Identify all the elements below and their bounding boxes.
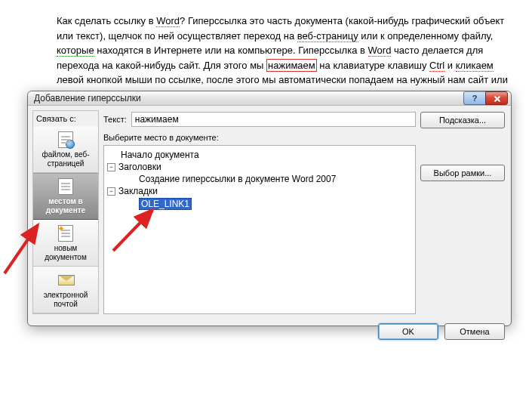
- page-icon: [58, 178, 73, 195]
- linkto-new-doc[interactable]: ✦ новым документом: [33, 220, 98, 267]
- document-tree[interactable]: Начало документа − Заголовки Создание ги…: [103, 145, 416, 314]
- ok-button[interactable]: OK: [378, 323, 438, 340]
- tree-toggle-icon[interactable]: −: [107, 187, 115, 196]
- page-icon: ✦: [58, 225, 73, 242]
- tree-toggle-icon[interactable]: −: [107, 163, 115, 171]
- screentip-button[interactable]: Подсказка...: [420, 112, 505, 128]
- linkto-file-web[interactable]: файлом, веб-страницей: [33, 126, 98, 173]
- tree-item-top[interactable]: Начало документа: [106, 149, 414, 161]
- close-button[interactable]: [485, 91, 508, 105]
- select-place-label: Выберите место в документе:: [103, 131, 416, 145]
- new-star-icon: ✦: [57, 224, 65, 235]
- link-to-panel: Связать с: файлом, веб-страницей местом …: [32, 110, 99, 314]
- cancel-button[interactable]: Отмена: [444, 323, 505, 340]
- text-to-display-input[interactable]: [131, 112, 416, 127]
- tree-item-headings[interactable]: − Заголовки: [106, 161, 414, 173]
- help-button[interactable]: ?: [463, 91, 486, 105]
- page-icon: [58, 131, 73, 148]
- linkto-email[interactable]: электронной почтой: [33, 267, 98, 313]
- text-label: Текст:: [103, 115, 127, 124]
- dialog-footer: OK Отмена: [28, 320, 511, 346]
- insert-hyperlink-dialog: Добавление гиперссылки ? Связать с: файл…: [27, 91, 512, 326]
- envelope-icon: [58, 272, 73, 289]
- tree-item-bookmark-child[interactable]: OLE_LINK1: [106, 197, 414, 211]
- globe-icon: [66, 140, 75, 149]
- selected-word: нажимаем: [266, 59, 317, 72]
- selected-tree-item: OLE_LINK1: [139, 198, 192, 210]
- tree-item-bookmarks[interactable]: − Закладки: [106, 185, 414, 197]
- link-to-label: Связать с:: [33, 111, 98, 126]
- titlebar[interactable]: Добавление гиперссылки ?: [28, 91, 511, 106]
- center-panel: Текст: Выберите место в документе: Начал…: [103, 110, 416, 314]
- dialog-title: Добавление гиперссылки: [34, 93, 463, 103]
- tree-item-heading-child[interactable]: Создание гиперссылки в документе Word 20…: [106, 173, 414, 185]
- document-text: Как сделать ссылку в Word? Гиперссылка э…: [57, 14, 517, 88]
- linkto-place-in-doc[interactable]: местом в документе: [33, 173, 98, 220]
- target-frame-button[interactable]: Выбор рамки...: [420, 165, 505, 181]
- right-button-panel: Подсказка... Выбор рамки...: [420, 110, 505, 314]
